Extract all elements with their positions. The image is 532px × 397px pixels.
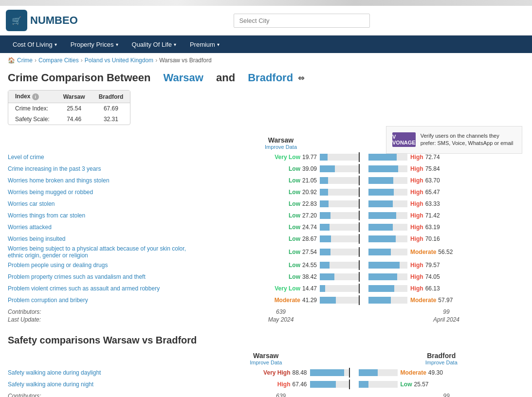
city2-bar: Moderate 56.52 xyxy=(368,249,524,255)
city1-bar: Low 20.92 xyxy=(203,189,359,196)
ad-text: Verify users on the channels they prefer… xyxy=(421,132,516,147)
safety-bradford-header: Bradford Improve Data xyxy=(359,352,525,365)
city2-bar: High 63.70 xyxy=(368,177,524,184)
table-row: Problem property crimes such as vandalis… xyxy=(8,271,524,282)
city1-name: Warsaw xyxy=(164,72,203,84)
city2-name: Bradford xyxy=(248,72,293,84)
last-update-row: Last Update: May 2024 April 2024 xyxy=(8,316,524,323)
city2-bar: High 63.33 xyxy=(368,200,524,207)
city1-bar: Moderate 41.29 xyxy=(203,297,359,304)
row-label: Safety walking alone during night xyxy=(8,381,183,388)
nav-bar: Cost Of Living ▾ Property Prices ▾ Quali… xyxy=(0,36,532,53)
table-row: Crime increasing in the past 3 years Low… xyxy=(8,163,524,174)
row-label: Worries car stolen xyxy=(8,200,203,207)
bar-container xyxy=(320,235,359,242)
city2-bar: Low 25.57 xyxy=(359,381,525,388)
bar-container xyxy=(320,212,359,219)
breadcrumb-crime[interactable]: Crime xyxy=(17,57,33,64)
city1-bar: Low 24.55 xyxy=(203,262,359,269)
row-label: Problem people using or dealing drugs xyxy=(8,262,203,269)
chevron-down-icon: ▾ xyxy=(174,42,176,47)
bar-container xyxy=(320,249,359,255)
bar-container xyxy=(320,154,359,161)
city1-bar: Low 38.42 xyxy=(203,273,359,280)
bar-container xyxy=(368,177,407,184)
city2-bar: Moderate 49.30 xyxy=(359,369,525,376)
row-label: Worries things from car stolen xyxy=(8,212,203,219)
city2-bar: Moderate 57.97 xyxy=(368,297,524,304)
vonage-logo: V VONAGE xyxy=(392,132,416,147)
index-table: Index i Warsaw Bradford Crime Index:25.5… xyxy=(8,90,130,125)
breadcrumb-compare-cities[interactable]: Compare Cities xyxy=(38,57,79,64)
city2-bar: High 75.84 xyxy=(368,165,524,172)
bar-container xyxy=(368,224,407,231)
safety-improve-data-bradford[interactable]: Improve Data xyxy=(359,360,525,365)
row-label: Worries being insulted xyxy=(8,235,203,242)
city1-bar: Low 27.54 xyxy=(203,249,359,255)
nav-item-property-prices[interactable]: Property Prices ▾ xyxy=(64,37,125,52)
city2-bar: High 74.05 xyxy=(368,273,524,280)
safety-contributors-row: Contributors: 639 99 xyxy=(8,393,524,397)
city2-bar: High 70.16 xyxy=(368,235,524,242)
table-row: Problem corruption and bribery Moderate … xyxy=(8,295,524,306)
nav-item-premium[interactable]: Premium ▾ xyxy=(183,37,226,52)
breadcrumb-poland-uk[interactable]: Poland vs United Kingdom xyxy=(85,57,153,64)
city2-bar: High 72.74 xyxy=(368,154,524,161)
city2-bar: High 71.42 xyxy=(368,212,524,219)
row-label: Problem violent crimes such as assault a… xyxy=(8,285,203,292)
safety-comparison: Warsaw Improve Data Bradford Improve Dat… xyxy=(8,352,524,397)
row-label: Worries home broken and things stolen xyxy=(8,177,203,184)
bar-container xyxy=(320,273,359,280)
index-col-header: Index i xyxy=(8,90,56,103)
table-row: Worries being mugged or robbed Low 20.92… xyxy=(8,187,524,198)
safety-rows: Safety walking alone during daylight Ver… xyxy=(8,367,524,390)
city1-bar: Low 24.74 xyxy=(203,224,359,231)
bar-container xyxy=(310,369,349,376)
bar-container xyxy=(320,262,359,269)
table-row: Safety walking alone during daylight Ver… xyxy=(8,367,524,378)
swap-icon[interactable]: ⇔ xyxy=(298,73,304,83)
bar-container xyxy=(320,165,359,172)
bar-container xyxy=(368,212,407,219)
chevron-down-icon: ▾ xyxy=(116,42,118,47)
improve-data-warsaw[interactable]: Improve Data xyxy=(203,144,359,150)
search-input[interactable] xyxy=(234,14,370,28)
city1-bar: Low 28.67 xyxy=(203,235,359,242)
table-row: Worries being insulted Low 28.67 High 70… xyxy=(8,234,524,244)
warsaw-col-header: Warsaw xyxy=(56,90,92,103)
crime-comparison: Warsaw Improve Data Bradford Improve Dat… xyxy=(8,136,524,323)
info-icon[interactable]: i xyxy=(32,93,39,100)
chevron-down-icon: ▾ xyxy=(217,42,220,47)
safety-section-title: Safety comparisons Warsaw vs Bradford xyxy=(8,335,524,346)
safety-warsaw-header: Warsaw Improve Data xyxy=(183,352,349,365)
city2-bar: High 63.19 xyxy=(368,224,524,231)
bar-container xyxy=(368,262,407,269)
page-title: Crime Comparison Between Warsaw and Brad… xyxy=(8,72,524,84)
bar-container xyxy=(320,200,359,207)
nav-item-cost-of-living[interactable]: Cost Of Living ▾ xyxy=(6,37,64,52)
bar-container xyxy=(368,285,407,292)
bar-container xyxy=(368,297,407,304)
bar-container xyxy=(359,369,398,376)
bar-container xyxy=(359,381,398,388)
nav-item-quality-of-life[interactable]: Quality Of Life ▾ xyxy=(125,37,183,52)
city1-bar: Very Low 14.47 xyxy=(203,285,359,292)
content-wrapper: V VONAGE Verify users on the channels th… xyxy=(0,68,532,397)
row-label: Problem corruption and bribery xyxy=(8,297,203,304)
table-row: Problem violent crimes such as assault a… xyxy=(8,283,524,294)
safety-col-headers: Warsaw Improve Data Bradford Improve Dat… xyxy=(8,352,524,365)
table-row: Worries being subject to a physical atta… xyxy=(8,245,524,259)
breadcrumb: 🏠 Crime › Compare Cities › Poland vs Uni… xyxy=(0,53,532,68)
row-label: Problem property crimes such as vandalis… xyxy=(8,273,203,280)
bar-container xyxy=(368,154,407,161)
bar-container xyxy=(368,235,407,242)
table-row: Problem people using or dealing drugs Lo… xyxy=(8,260,524,271)
row-label: Worries attacked xyxy=(8,224,203,231)
safety-improve-data-warsaw[interactable]: Improve Data xyxy=(183,360,349,365)
table-row: Safety walking alone during night High 6… xyxy=(8,379,524,390)
table-row: Worries home broken and things stolen Lo… xyxy=(8,175,524,186)
table-row: Safety Scale:74.4632.31 xyxy=(8,114,130,125)
home-icon: 🏠 xyxy=(8,57,15,64)
bar-container xyxy=(368,249,407,255)
row-label: Worries being subject to a physical atta… xyxy=(8,245,203,259)
